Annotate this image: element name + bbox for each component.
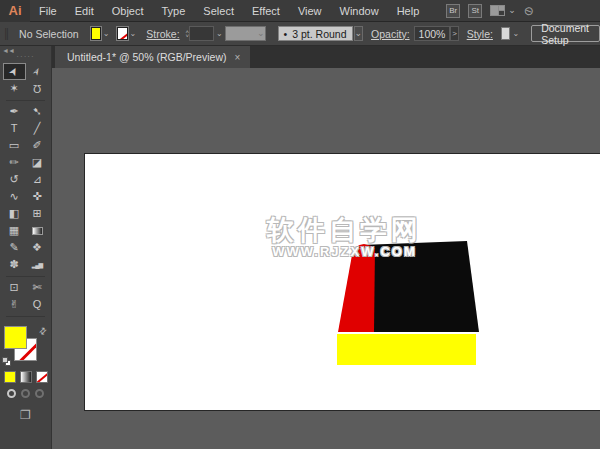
perspective-grid-tool[interactable]: ⊞ — [27, 206, 48, 221]
slice-tool[interactable]: ✄ — [27, 280, 48, 295]
document-setup-button[interactable]: Document Setup — [531, 25, 600, 42]
gradient-tool[interactable] — [27, 223, 48, 238]
scale-icon: ⊿ — [32, 174, 41, 185]
opacity-panel-link[interactable]: Opacity: — [371, 28, 410, 40]
blend-tool[interactable]: ❖ — [27, 240, 48, 255]
magic-wand-tool[interactable]: ✶ — [4, 81, 25, 96]
mesh-tool[interactable]: ▦ — [4, 223, 25, 238]
zoom-tool[interactable]: Q — [27, 297, 48, 312]
menu-item-file[interactable]: File — [30, 0, 66, 22]
menu-item-effect[interactable]: Effect — [243, 0, 289, 22]
artboard-tool[interactable]: ⊡ — [4, 280, 25, 295]
mesh-icon: ▦ — [9, 225, 19, 236]
chevron-down-icon[interactable]: ⌄ — [130, 29, 137, 38]
direct-selection-tool[interactable]: ➢ — [27, 64, 48, 79]
stroke-color-swatch[interactable] — [117, 27, 127, 40]
paintbrush-tool[interactable]: ✐ — [27, 138, 48, 153]
brush-definition-dropdown[interactable]: • 3 pt. Round — [278, 26, 353, 41]
collapse-panel-icon[interactable]: ◄◄ — [2, 47, 14, 54]
paintbrush-icon: ✐ — [32, 140, 41, 151]
bridge-icon[interactable]: Br — [446, 4, 460, 18]
canvas-pasteboard[interactable]: 软件自学网 WWW.RJZXW.COM — [52, 68, 600, 449]
gpu-performance-icon[interactable]: ⊘ — [520, 3, 537, 18]
menu-item-edit[interactable]: Edit — [66, 0, 103, 22]
shaper-icon: ✏ — [9, 157, 18, 168]
menu-bar: Ai FileEditObjectTypeSelectEffectViewWin… — [0, 0, 600, 22]
document-tab[interactable]: Untitled-1* @ 50% (RGB/Preview) × — [55, 46, 250, 68]
line-segment-tool[interactable]: ╱ — [27, 121, 48, 136]
artwork[interactable] — [85, 154, 600, 412]
menu-item-help[interactable]: Help — [388, 0, 429, 22]
menu-item-window[interactable]: Window — [331, 0, 388, 22]
style-panel-link[interactable]: Style: — [467, 28, 493, 40]
brush-dropdown-button[interactable]: ⌄ — [354, 26, 364, 41]
chevron-down-icon[interactable]: ⌄ — [103, 29, 110, 38]
menu-item-object[interactable]: Object — [103, 0, 153, 22]
menu-item-select[interactable]: Select — [194, 0, 243, 22]
rectangle-tool[interactable]: ▭ — [4, 138, 25, 153]
opacity-arrow-button[interactable]: > — [450, 26, 458, 41]
pen-tool[interactable]: ✒ — [4, 104, 25, 119]
shaper-tool[interactable]: ✏ — [4, 155, 25, 170]
yellow-shape[interactable] — [337, 334, 476, 365]
brush-preview-icon: • — [284, 28, 288, 40]
column-graph-tool[interactable]: ▂▄▆ — [27, 257, 48, 272]
symbol-sprayer-tool[interactable]: ✽ — [4, 257, 25, 272]
draw-inside-icon[interactable] — [35, 389, 44, 398]
rotate-icon: ↺ — [9, 174, 18, 185]
tools-panel: ◄◄ ····· ➤➢✶Ω✒➷T╱▭✐✏◪↺⊿∿✜◧⊞▦✎❖✽▂▄▆⊡✄✌Q ⇄ — [0, 46, 52, 449]
stroke-weight-field[interactable] — [189, 26, 214, 41]
stock-icon[interactable]: St — [468, 4, 482, 18]
type-tool[interactable]: T — [4, 121, 25, 136]
width-tool[interactable]: ∿ — [4, 189, 25, 204]
swap-fill-stroke-icon[interactable]: ⇄ — [37, 325, 49, 337]
hand-tool[interactable]: ✌ — [4, 297, 25, 312]
zoom-icon: Q — [33, 299, 42, 310]
magic-wand-icon: ✶ — [9, 83, 18, 94]
watermark: 软件自学网 WWW.RJZXW.COM — [267, 216, 422, 259]
selection-status: No Selection — [19, 28, 79, 40]
gradient-button[interactable] — [20, 371, 32, 383]
tool-grid: ➤➢✶Ω✒➷T╱▭✐✏◪↺⊿∿✜◧⊞▦✎❖✽▂▄▆⊡✄✌Q — [0, 64, 51, 320]
screen-mode-icon[interactable]: ❐ — [0, 408, 51, 422]
rectangle-icon: ▭ — [9, 140, 19, 151]
menu-item-type[interactable]: Type — [153, 0, 195, 22]
menu-item-view[interactable]: View — [289, 0, 331, 22]
chevron-down-icon[interactable]: ⌄ — [512, 29, 519, 38]
selection-tool[interactable]: ➤ — [4, 64, 25, 79]
workspace-switcher-icon — [490, 5, 505, 16]
puppet-warp-icon: ✜ — [32, 191, 41, 202]
style-swatch[interactable] — [501, 27, 511, 40]
fill-swatch[interactable] — [4, 326, 27, 349]
eyedropper-tool[interactable]: ✎ — [4, 240, 25, 255]
type-icon: T — [11, 123, 18, 134]
close-icon[interactable]: × — [234, 52, 240, 63]
draw-normal-icon[interactable] — [7, 389, 16, 398]
puppet-warp-tool[interactable]: ✜ — [27, 189, 48, 204]
menu-items: FileEditObjectTypeSelectEffectViewWindow… — [30, 0, 428, 22]
lasso-tool[interactable]: Ω — [27, 81, 48, 96]
rotate-tool[interactable]: ↺ — [4, 172, 25, 187]
symbol-sprayer-icon: ✽ — [9, 259, 18, 270]
stroke-panel-link[interactable]: Stroke: — [146, 28, 179, 40]
artboard[interactable]: 软件自学网 WWW.RJZXW.COM — [84, 153, 600, 411]
color-button[interactable] — [4, 371, 16, 383]
selection-icon: ➤ — [7, 65, 21, 78]
document-tab-title: Untitled-1* @ 50% (RGB/Preview) — [67, 51, 226, 63]
chevron-down-icon[interactable]: ⌄ — [216, 29, 223, 38]
shape-builder-icon: ◧ — [9, 208, 19, 219]
workspace-switcher[interactable]: ⌄ — [490, 5, 516, 16]
draw-behind-icon[interactable] — [21, 389, 30, 398]
curvature-tool[interactable]: ➷ — [27, 104, 48, 119]
panel-drag-grip[interactable]: ····· — [0, 54, 51, 62]
shape-builder-tool[interactable]: ◧ — [4, 206, 25, 221]
watermark-url: WWW.RJZXW.COM — [267, 244, 422, 259]
fill-color-swatch[interactable] — [91, 27, 101, 40]
none-button[interactable] — [36, 371, 48, 383]
default-fill-stroke-icon[interactable] — [2, 357, 12, 367]
opacity-field[interactable]: 100% — [414, 26, 451, 41]
scale-tool[interactable]: ⊿ — [27, 172, 48, 187]
width-profile-dropdown: ⌄ — [225, 26, 266, 41]
eraser-tool[interactable]: ◪ — [27, 155, 48, 170]
tool-group-divider — [6, 100, 45, 101]
